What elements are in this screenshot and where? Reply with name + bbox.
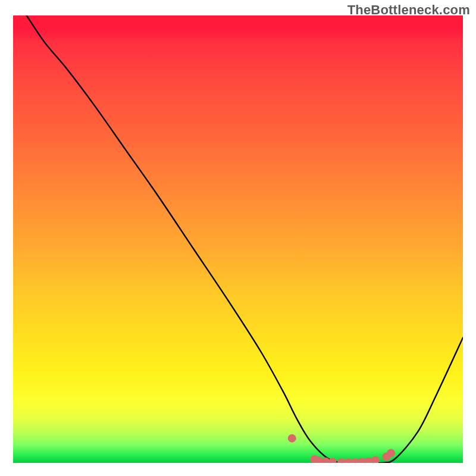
curve-line	[27, 15, 463, 463]
chart-svg	[13, 15, 463, 463]
valley-marker	[288, 434, 296, 443]
valley-marker	[371, 456, 380, 463]
plot-area	[13, 15, 463, 463]
chart-container: TheBottleneck.com	[0, 0, 476, 476]
valley-marker-group	[288, 434, 395, 463]
watermark-text: TheBottleneck.com	[347, 2, 470, 18]
valley-marker	[387, 449, 395, 457]
